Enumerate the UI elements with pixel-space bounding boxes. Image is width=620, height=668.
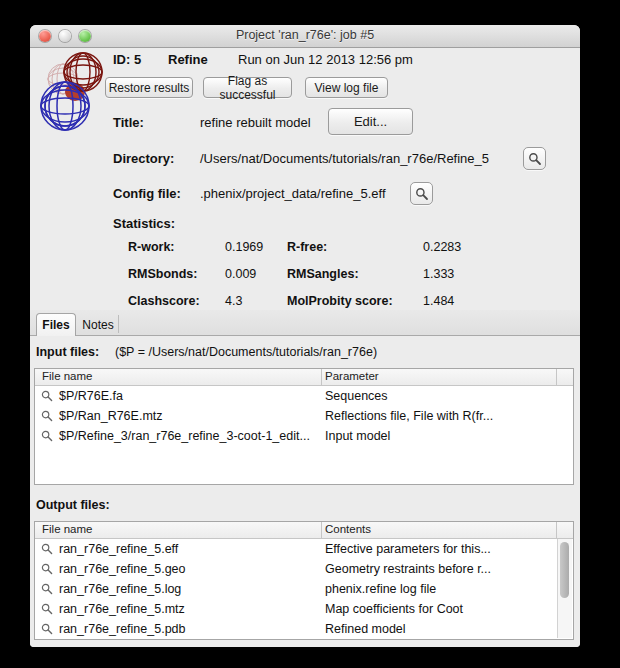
file-name: ran_r76e_refine_5.mtz: [59, 602, 185, 616]
input-files-path-hint: ($P = /Users/nat/Documents/tutorials/ran…: [115, 345, 377, 359]
stat-label: R-work:: [128, 240, 175, 254]
molecule-mesh-image: [32, 49, 122, 149]
table-row[interactable]: $P/R76E.fa Sequences: [35, 386, 573, 406]
file-parameter: Reflections file, File with R(fr...: [325, 409, 493, 423]
stat-label: RMSbonds:: [128, 267, 197, 281]
stat-value: 0.2283: [423, 240, 461, 254]
view-config-button[interactable]: [410, 182, 433, 205]
job-id: ID: 5: [113, 52, 141, 67]
edit-title-button[interactable]: Edit...: [328, 108, 413, 135]
column-divider[interactable]: [321, 369, 322, 385]
input-files-table: File name Parameter $P/R76E.fa Sequences…: [34, 368, 574, 485]
column-divider[interactable]: [556, 522, 557, 538]
file-contents: Map coefficients for Coot: [325, 602, 463, 616]
file-name: ran_r76e_refine_5.geo: [59, 562, 186, 576]
file-name: $P/Ran_R76E.mtz: [59, 409, 163, 423]
job-run-timestamp: Run on Jun 12 2013 12:56 pm: [238, 52, 413, 67]
browse-directory-button[interactable]: [523, 147, 546, 170]
title-label: Title:: [113, 115, 144, 130]
stat-label: R-free:: [287, 240, 327, 254]
flag-successful-button[interactable]: Flag as successful: [203, 77, 292, 98]
output-table-header[interactable]: File name Contents: [35, 522, 573, 539]
view-log-button[interactable]: View log file: [305, 77, 388, 98]
table-row[interactable]: ran_r76e_refine_5.geo Geometry restraint…: [35, 559, 573, 579]
file-name: $P/Refine_3/ran_r76e_refine_3-coot-1_edi…: [59, 429, 310, 443]
job-type: Refine: [168, 52, 208, 67]
stat-value: 4.3: [225, 294, 242, 308]
search-icon[interactable]: [41, 603, 53, 615]
statistics-label: Statistics:: [113, 216, 175, 231]
scrollbar-thumb[interactable]: [560, 542, 569, 598]
stat-label: RMSangles:: [287, 267, 359, 281]
table-row[interactable]: $P/Refine_3/ran_r76e_refine_3-coot-1_edi…: [35, 426, 573, 446]
restore-results-button[interactable]: Restore results: [105, 77, 193, 98]
search-icon[interactable]: [41, 410, 53, 422]
config-value: .phenix/project_data/refine_5.eff: [200, 186, 386, 201]
titlebar[interactable]: Project 'ran_r76e': job #5: [30, 25, 580, 48]
stat-value: 0.1969: [225, 240, 263, 254]
file-contents: phenix.refine log file: [325, 582, 436, 596]
files-panel: Input files: ($P = /Users/nat/Documents/…: [30, 336, 580, 647]
directory-label: Directory:: [113, 151, 174, 166]
column-header-contents[interactable]: Contents: [325, 523, 371, 535]
search-icon[interactable]: [41, 390, 53, 402]
tab-files[interactable]: Files: [36, 313, 76, 336]
directory-value: /Users/nat/Documents/tutorials/ran_r76e/…: [200, 151, 489, 166]
file-parameter: Sequences: [325, 389, 388, 403]
tab-notes[interactable]: Notes: [78, 313, 118, 336]
tab-separator: [118, 315, 119, 333]
input-table-header[interactable]: File name Parameter: [35, 369, 573, 386]
column-divider[interactable]: [321, 522, 322, 538]
search-icon[interactable]: [41, 623, 53, 635]
column-divider[interactable]: [556, 369, 557, 385]
file-name: ran_r76e_refine_5.eff: [59, 542, 178, 556]
table-row[interactable]: ran_r76e_refine_5.mtz Map coefficients f…: [35, 599, 573, 619]
search-icon[interactable]: [41, 430, 53, 442]
title-value: refine rebuilt model: [200, 115, 311, 130]
file-contents: Geometry restraints before r...: [325, 562, 491, 576]
file-contents: Refined model: [325, 622, 406, 636]
table-row[interactable]: ran_r76e_refine_5.eff Effective paramete…: [35, 539, 573, 559]
stat-label: MolProbity score:: [287, 294, 393, 308]
column-header-parameter[interactable]: Parameter: [325, 370, 379, 382]
search-icon[interactable]: [41, 583, 53, 595]
stat-value: 1.333: [423, 267, 454, 281]
tab-strip: Files Notes: [30, 310, 580, 336]
search-icon[interactable]: [41, 563, 53, 575]
stat-value: 1.484: [423, 294, 454, 308]
stat-label: Clashscore:: [128, 294, 200, 308]
tab-files-label: Files: [42, 318, 69, 332]
input-files-label: Input files:: [36, 345, 99, 359]
file-contents: Effective parameters for this...: [325, 542, 491, 556]
window-title: Project 'ran_r76e': job #5: [30, 28, 580, 42]
config-label: Config file:: [113, 186, 181, 201]
vertical-scrollbar[interactable]: [557, 539, 572, 638]
table-row[interactable]: $P/Ran_R76E.mtz Reflections file, File w…: [35, 406, 573, 426]
job-detail-window: Project 'ran_r76e': job #5: [30, 25, 580, 647]
file-name: $P/R76E.fa: [59, 389, 123, 403]
table-row[interactable]: ran_r76e_refine_5.log phenix.refine log …: [35, 579, 573, 599]
output-files-table: File name Contents ran_r76e_refine_5.eff…: [34, 521, 574, 640]
molecule-thumbnail: [32, 49, 122, 149]
table-row[interactable]: ran_r76e_refine_5.pdb Refined model: [35, 619, 573, 639]
file-name: ran_r76e_refine_5.pdb: [59, 622, 186, 636]
file-parameter: Input model: [325, 429, 390, 443]
search-icon: [415, 187, 429, 201]
search-icon[interactable]: [41, 543, 53, 555]
stat-value: 0.009: [225, 267, 256, 281]
search-icon: [528, 152, 542, 166]
column-header-file-name[interactable]: File name: [42, 523, 93, 535]
tab-notes-label: Notes: [82, 318, 113, 332]
column-header-file-name[interactable]: File name: [42, 370, 93, 382]
output-files-label: Output files:: [36, 498, 110, 512]
file-name: ran_r76e_refine_5.log: [59, 582, 181, 596]
